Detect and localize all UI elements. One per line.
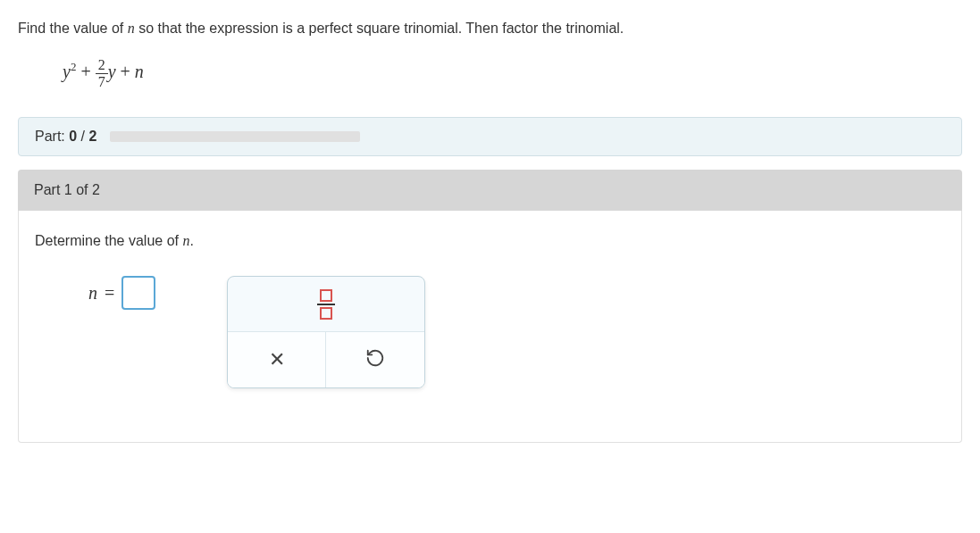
part-header: Part 1 of 2 — [18, 170, 962, 211]
answer-var: n — [88, 283, 97, 304]
progress-total: 2 — [88, 129, 96, 144]
expr-n: n — [135, 62, 144, 81]
expression: y2 + 2 7 y + n — [63, 57, 962, 90]
undo-button[interactable] — [326, 332, 424, 387]
expr-y2: y — [108, 62, 116, 81]
progress-bar: Part: 0 / 2 — [18, 117, 962, 156]
part-body: Determine the value of n. n = ✕ — [18, 211, 962, 443]
part-prompt: Determine the value of n. — [35, 233, 945, 249]
question-prefix: Find the value of — [18, 21, 128, 36]
fraction-icon — [317, 287, 335, 321]
fraction-tool-button[interactable] — [228, 277, 424, 332]
question-var-n: n — [128, 21, 135, 36]
progress-current: 0 — [69, 129, 77, 144]
progress-label: Part: 0 / 2 — [35, 129, 96, 145]
question-suffix: so that the expression is a perfect squa… — [135, 21, 624, 36]
expr-frac-num: 2 — [96, 57, 108, 74]
progress-sep: / — [77, 129, 88, 144]
answer-row: n = ✕ — [35, 276, 945, 388]
prompt-before: Determine the value of — [35, 233, 182, 248]
close-icon: ✕ — [269, 348, 285, 371]
answer-input[interactable] — [121, 276, 155, 310]
expr-fraction: 2 7 — [96, 57, 108, 90]
answer-equals: = — [105, 283, 114, 304]
math-toolbar: ✕ — [227, 276, 425, 388]
expr-plus2: + — [121, 62, 130, 81]
clear-button[interactable]: ✕ — [228, 332, 326, 387]
expr-exp1: 2 — [71, 60, 77, 73]
undo-icon — [365, 348, 385, 371]
expr-frac-den: 7 — [96, 74, 108, 90]
expr-y1: y — [63, 62, 71, 81]
progress-track — [110, 131, 360, 142]
progress-prefix: Part: — [35, 129, 69, 144]
expr-plus1: + — [80, 62, 90, 81]
answer-input-group: n = — [88, 276, 155, 310]
prompt-after: . — [189, 233, 193, 248]
question-text: Find the value of n so that the expressi… — [18, 18, 962, 39]
